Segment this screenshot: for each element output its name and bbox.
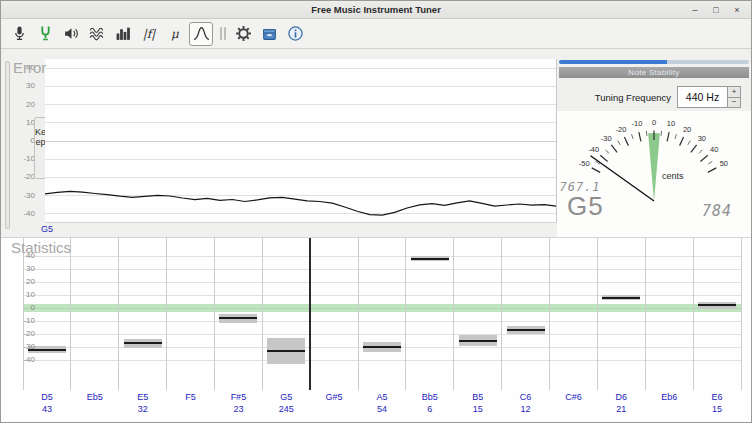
v-gridline [453, 238, 454, 390]
toolbar-separator [218, 24, 228, 44]
gauge-tick-label: 40 [710, 145, 718, 154]
microphone-button[interactable] [7, 22, 31, 46]
note-count-label: 15 [454, 404, 502, 414]
minimize-button[interactable]: – [689, 4, 701, 16]
note-name-label: G5 [262, 392, 310, 402]
note-name-label: E6 [693, 392, 741, 402]
h-gridline [23, 321, 741, 322]
y-axis-tick-label: 20 [3, 277, 35, 286]
note-name-label: B5 [454, 392, 502, 402]
h-gridline [23, 334, 741, 335]
v-gridline [741, 238, 742, 390]
fourier-transform-glyph: |f| [143, 27, 156, 41]
tuning-frequency-spin-buttons: + − [728, 86, 741, 108]
histogram-button[interactable] [111, 22, 135, 46]
v-gridline [693, 238, 694, 390]
note-stability-bar: Note Stability [559, 67, 749, 78]
gauge-tick-label: 10 [667, 119, 675, 128]
cents-unit-label: cents [662, 171, 684, 181]
note-name-label: Eb6 [645, 392, 693, 402]
gauge-tick-label: -40 [588, 145, 599, 154]
note-name-label: Eb5 [71, 392, 119, 402]
v-gridline [214, 238, 215, 390]
v-gridline [549, 238, 550, 390]
microtonal-button[interactable]: μ [163, 22, 187, 46]
package-icon [261, 25, 278, 42]
statistics-panel: Statistics 403020100-10-20-30-40 D543Eb5… [1, 237, 752, 423]
y-axis-tick-label: 20 [3, 100, 35, 109]
y-axis-tick-label: 40 [3, 251, 35, 260]
mean-line [124, 342, 162, 344]
tuning-fork-button[interactable] [33, 22, 57, 46]
note-name-label: Bb5 [406, 392, 454, 402]
y-axis-tick-label: 0 [3, 136, 35, 145]
maximize-button[interactable]: □ [710, 4, 722, 16]
tuning-frequency-spinner: 440 Hz + − [677, 86, 741, 108]
y-axis-tick-label: -20 [3, 329, 35, 338]
in-tune-zone [23, 304, 741, 312]
fourier-transform-button[interactable]: |f| [137, 22, 161, 46]
y-axis-tick-label: 40 [3, 63, 35, 72]
tuning-frequency-value[interactable]: 440 Hz [677, 86, 728, 108]
y-axis-tick-label: -30 [3, 342, 35, 351]
note-count-label: 12 [502, 404, 550, 414]
stability-progress-fill [559, 60, 667, 64]
stability-progress-bar [559, 60, 749, 64]
gauge-tick-label: -10 [632, 119, 643, 128]
h-gridline [23, 360, 741, 361]
note-count-label: 32 [119, 404, 167, 414]
microtonal-glyph: μ [171, 27, 179, 41]
v-gridline [405, 238, 406, 390]
info-icon [287, 25, 304, 42]
v-gridline [70, 238, 71, 390]
close-button[interactable]: × [731, 4, 743, 16]
statistics-plot: D543Eb5E532F5F#523G5245G#5A554Bb56B515C6… [23, 238, 741, 423]
v-gridline [262, 238, 263, 390]
mean-line [459, 340, 497, 342]
mean-line [411, 258, 449, 260]
v-gridline [501, 238, 502, 390]
y-axis-tick-label: -30 [3, 191, 35, 200]
gauge-tick-label: -20 [615, 125, 626, 134]
y-axis-tick-label: 30 [3, 264, 35, 273]
gauge-tick-label: -30 [601, 134, 612, 143]
microphone-icon [11, 25, 28, 42]
mean-line [602, 297, 640, 299]
note-name-label: D6 [597, 392, 645, 402]
y-axis-tick-label: -40 [3, 355, 35, 364]
note-name-label: A5 [358, 392, 406, 402]
spin-down-button[interactable]: − [728, 98, 741, 109]
note-count-label: 21 [597, 404, 645, 414]
settings-button[interactable] [231, 22, 255, 46]
note-target-frequency: 784 [693, 202, 741, 220]
y-axis-tick-label: 10 [3, 118, 35, 127]
gauge-tick-label: -50 [579, 159, 590, 168]
about-button[interactable] [283, 22, 307, 46]
y-axis-tick-label: -10 [3, 316, 35, 325]
window-title: Free Music Instrument Tuner [311, 4, 441, 15]
gauge-tick-label: 0 [652, 118, 656, 127]
note-name-label: C#6 [550, 392, 598, 402]
note-name-label: F#5 [214, 392, 262, 402]
gauge-tick-label: 50 [720, 159, 728, 168]
in-tune-wedge [648, 133, 660, 201]
waveform-button[interactable] [85, 22, 109, 46]
y-axis-tick-label: 0 [3, 303, 35, 312]
h-gridline [23, 256, 741, 257]
gaussian-curve-icon [193, 25, 210, 42]
spin-up-button[interactable]: + [728, 86, 741, 98]
gear-icon [235, 25, 252, 42]
statistics-view-button[interactable] [189, 22, 213, 46]
package-button[interactable] [257, 22, 281, 46]
titlebar[interactable]: Free Music Instrument Tuner – □ × [1, 1, 751, 19]
mean-line [267, 350, 305, 352]
y-axis-tick-label: 30 [3, 81, 35, 90]
note-name-label: E5 [119, 392, 167, 402]
mean-line [507, 329, 545, 331]
waveform-icon [89, 25, 106, 42]
gauge-tick-label: 20 [683, 125, 691, 134]
note-name-label: G#5 [310, 392, 358, 402]
v-gridline [118, 238, 119, 390]
speaker-button[interactable] [59, 22, 83, 46]
y-axis-tick-label: 10 [3, 290, 35, 299]
